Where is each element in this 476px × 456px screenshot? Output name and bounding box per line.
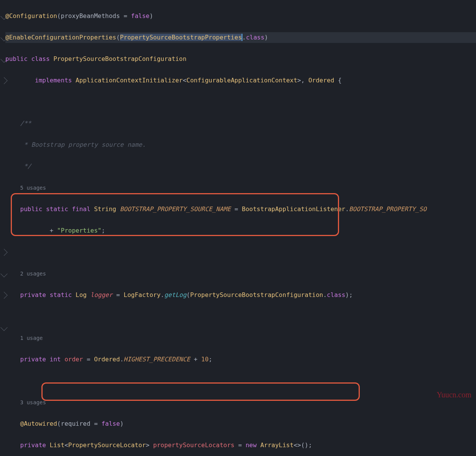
- code-line[interactable]: */: [5, 161, 476, 172]
- code-line[interactable]: @Autowired(required = false): [5, 418, 476, 429]
- selection: PropertySourceBootstrapProperties: [120, 34, 242, 41]
- usages-hint[interactable]: 3 usages: [5, 397, 476, 408]
- code-line[interactable]: + "Properties";: [5, 225, 476, 236]
- code-line[interactable]: implements ApplicationContextInitializer…: [5, 75, 476, 86]
- code-line[interactable]: * Bootstrap property source name.: [5, 139, 476, 150]
- code-line[interactable]: public static final String BOOTSTRAP_PRO…: [5, 204, 476, 215]
- usages-hint[interactable]: 2 usages: [5, 268, 476, 279]
- code-editor[interactable]: @Configuration(proxyBeanMethods = false)…: [0, 0, 476, 456]
- code-line[interactable]: private static Log logger = LogFactory.g…: [5, 290, 476, 300]
- code-line[interactable]: private List<PropertySourceLocator> prop…: [5, 440, 476, 451]
- usages-hint[interactable]: 1 usage: [5, 333, 476, 343]
- code-line-active[interactable]: @EnableConfigurationProperties(PropertyS…: [5, 32, 476, 43]
- code-line[interactable]: /**: [5, 118, 476, 129]
- code-line[interactable]: @Configuration(proxyBeanMethods = false): [5, 11, 476, 21]
- code-line[interactable]: private int order = Ordered.HIGHEST_PREC…: [5, 354, 476, 365]
- code-line[interactable]: public class PropertySourceBootstrapConf…: [5, 54, 476, 64]
- usages-hint[interactable]: 5 usages: [5, 182, 476, 193]
- code-area[interactable]: @Configuration(proxyBeanMethods = false)…: [5, 0, 476, 456]
